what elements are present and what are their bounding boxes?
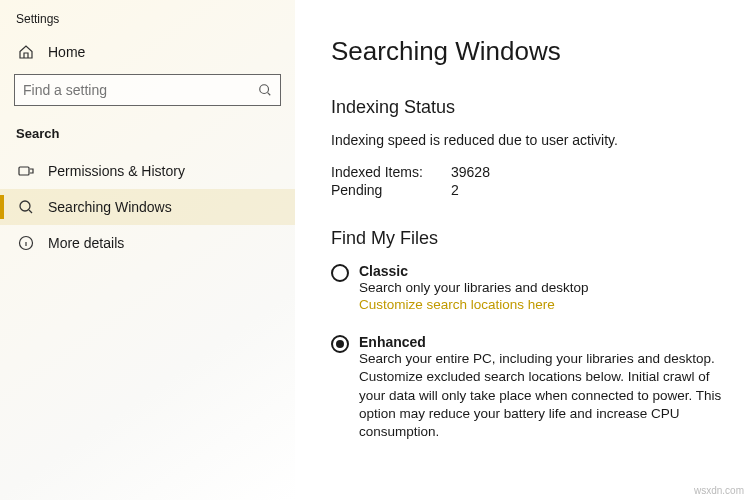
- customize-locations-link[interactable]: Customize search locations here: [359, 297, 728, 312]
- sidebar-item-label: Permissions & History: [48, 163, 185, 179]
- stat-indexed-items: Indexed Items: 39628: [331, 164, 728, 180]
- radio-classic[interactable]: [331, 264, 349, 282]
- option-title: Classic: [359, 263, 728, 279]
- watermark: wsxdn.com: [694, 485, 744, 496]
- sidebar-section-label: Search: [0, 126, 295, 153]
- permissions-icon: [18, 163, 34, 179]
- option-enhanced: Enhanced Search your entire PC, includin…: [331, 334, 728, 441]
- stat-label: Pending: [331, 182, 451, 198]
- option-classic: Classic Search only your libraries and d…: [331, 263, 728, 312]
- search-box[interactable]: [14, 74, 281, 106]
- content: Searching Windows Indexing Status Indexi…: [295, 0, 750, 500]
- indexing-status-text: Indexing speed is reduced due to user ac…: [331, 132, 728, 148]
- svg-rect-1: [19, 167, 29, 175]
- stat-pending: Pending 2: [331, 182, 728, 198]
- indexing-status-heading: Indexing Status: [331, 97, 728, 118]
- page-title: Searching Windows: [331, 36, 728, 67]
- app-title: Settings: [0, 12, 295, 44]
- stat-label: Indexed Items:: [331, 164, 451, 180]
- search-input[interactable]: [23, 82, 258, 98]
- option-description: Search your entire PC, including your li…: [359, 350, 728, 441]
- info-icon: [18, 235, 34, 251]
- sidebar-item-label: More details: [48, 235, 124, 251]
- sidebar-item-more-details[interactable]: More details: [0, 225, 295, 261]
- option-title: Enhanced: [359, 334, 728, 350]
- find-my-files-heading: Find My Files: [331, 228, 728, 249]
- home-button[interactable]: Home: [0, 44, 295, 74]
- stat-value: 2: [451, 182, 459, 198]
- svg-point-0: [260, 85, 269, 94]
- search-windows-icon: [18, 199, 34, 215]
- home-label: Home: [48, 44, 85, 60]
- sidebar-item-permissions[interactable]: Permissions & History: [0, 153, 295, 189]
- sidebar-item-label: Searching Windows: [48, 199, 172, 215]
- stat-value: 39628: [451, 164, 490, 180]
- svg-point-2: [20, 201, 30, 211]
- sidebar-item-searching-windows[interactable]: Searching Windows: [0, 189, 295, 225]
- indexing-stats: Indexed Items: 39628 Pending 2: [331, 164, 728, 198]
- home-icon: [18, 44, 34, 60]
- option-description: Search only your libraries and desktop: [359, 279, 728, 297]
- search-icon: [258, 83, 272, 97]
- radio-enhanced[interactable]: [331, 335, 349, 353]
- sidebar: Settings Home Search Permissions & Histo…: [0, 0, 295, 500]
